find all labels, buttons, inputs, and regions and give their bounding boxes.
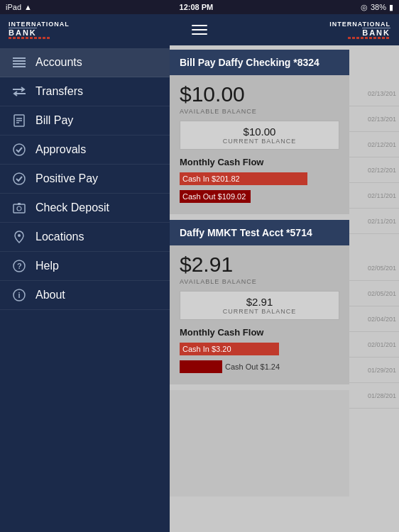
cash-out-text-1: Cash Out $109.02 — [182, 192, 246, 201]
svg-rect-12 — [13, 204, 25, 213]
sidebar-label-billpay: Bill Pay — [35, 114, 73, 127]
battery-percent: 38% — [371, 3, 386, 11]
svg-point-15 — [18, 234, 21, 237]
logo-stripes — [9, 37, 51, 39]
svg-text:?: ? — [17, 262, 22, 270]
cash-out-row-1: Cash Out $109.02 — [180, 189, 339, 204]
status-time: 12:08 PM — [180, 3, 214, 11]
account-header-2: Daffy MMKT Test Acct *5714 — [170, 220, 349, 245]
account-header-1: Bill Pay Daffy Checking *8324 — [170, 50, 349, 75]
bottom-spacer — [170, 390, 349, 497]
logo-bank: Bank — [9, 28, 37, 37]
svg-point-10 — [13, 144, 25, 155]
sidebar-item-about[interactable]: i About — [0, 281, 170, 310]
svg-rect-1 — [13, 60, 26, 62]
ts-1-4: 02/12/201 — [349, 157, 399, 183]
location-icon: ◎ — [361, 3, 368, 12]
account-card-1[interactable]: Bill Pay Daffy Checking *8324 $10.00 AVA… — [170, 50, 349, 214]
transfers-icon — [11, 87, 27, 96]
available-balance-2: $2.91 — [180, 253, 339, 277]
account-body-1: $10.00 AVAILABLE BALANCE $10.00 CURRENT … — [170, 75, 349, 214]
approvals-icon — [11, 143, 27, 156]
sidebar-item-approvals[interactable]: Approvals — [0, 135, 170, 165]
hamburger-line-2 — [192, 29, 207, 31]
sidebar-label-checkdeposit: Check Deposit — [35, 201, 109, 214]
wifi-icon: ▲ — [24, 3, 32, 11]
cash-out-text-2: Cash Out $1.24 — [225, 362, 280, 371]
sidebar-label-approvals: Approvals — [35, 143, 86, 156]
cash-in-text-1: Cash In $201.82 — [182, 174, 240, 183]
current-balance-label-1: CURRENT BALANCE — [187, 138, 332, 145]
header-logo-left: International Bank — [9, 21, 70, 39]
sidebar-label-about: About — [35, 289, 65, 301]
ts-2-5: 01/29/201 — [349, 358, 399, 383]
main-content: Bill Pay Daffy Checking *8324 $10.00 AVA… — [170, 45, 399, 532]
svg-point-11 — [13, 173, 25, 184]
accounts-icon — [11, 57, 27, 67]
sidebar-item-checkdeposit[interactable]: Check Deposit — [0, 194, 170, 223]
cash-out-row-2: Cash Out $1.24 — [180, 360, 339, 374]
svg-point-13 — [17, 206, 21, 211]
sidebar-item-positivepay[interactable]: Positive Pay — [0, 165, 170, 194]
sidebar-item-help[interactable]: ? Help — [0, 252, 170, 281]
status-right: ◎ 38% ▮ — [361, 3, 393, 12]
accounts-list: Bill Pay Daffy Checking *8324 $10.00 AVA… — [170, 45, 349, 532]
sidebar-label-transfers: Transfers — [35, 85, 83, 98]
sidebar-label-help: Help — [35, 260, 59, 272]
current-balance-amount-2: $2.91 — [187, 296, 332, 308]
ts-gap — [349, 234, 399, 255]
sidebar: Accounts Transfers — [0, 45, 170, 532]
cash-in-bar-1: Cash In $201.82 — [180, 172, 307, 185]
hamburger-line-1 — [192, 25, 207, 26]
about-icon: i — [11, 289, 27, 301]
available-label-2: AVAILABLE BALANCE — [180, 278, 339, 285]
ts-2-4: 02/01/201 — [349, 332, 399, 358]
sidebar-label-accounts: Accounts — [35, 56, 82, 69]
ts-1-1: 02/13/201 — [349, 81, 399, 106]
cash-in-row-2: Cash In $3.20 — [180, 342, 339, 356]
ts-1-3: 02/12/201 — [349, 132, 399, 157]
sidebar-item-transfers[interactable]: Transfers — [0, 77, 170, 106]
svg-rect-0 — [13, 57, 26, 59]
account-card-2[interactable]: Daffy MMKT Test Acct *5714 $2.91 AVAILAB… — [170, 220, 349, 384]
svg-rect-2 — [13, 63, 26, 65]
sidebar-label-locations: Locations — [35, 231, 84, 243]
logo-stripes-right — [348, 37, 390, 39]
billpay-icon — [11, 114, 27, 127]
sidebar-item-billpay[interactable]: Bill Pay — [0, 106, 170, 135]
timestamps-strip: 02/13/201 02/13/201 02/12/201 02/12/201 … — [349, 45, 399, 532]
svg-rect-3 — [13, 66, 26, 67]
help-icon: ? — [11, 260, 27, 272]
account-body-2: $2.91 AVAILABLE BALANCE $2.91 CURRENT BA… — [170, 245, 349, 384]
cash-flow-title-1: Monthly Cash Flow — [180, 157, 339, 167]
positivepay-icon — [11, 172, 27, 185]
sidebar-label-positivepay: Positive Pay — [35, 172, 98, 185]
current-balance-box-2: $2.91 CURRENT BALANCE — [180, 291, 339, 320]
current-balance-label-2: CURRENT BALANCE — [187, 308, 332, 315]
menu-button[interactable] — [189, 22, 210, 38]
ts-2-2: 02/05/201 — [349, 281, 399, 306]
app-header: International Bank International Bank — [0, 14, 399, 45]
cash-flow-1: Monthly Cash Flow Cash In $201.82 — [180, 157, 339, 204]
svg-text:i: i — [18, 291, 21, 299]
cash-in-bar-2: Cash In $3.20 — [180, 343, 279, 355]
device-label: iPad — [6, 3, 21, 11]
svg-rect-14 — [18, 203, 21, 205]
sidebar-item-accounts[interactable]: Accounts — [0, 48, 170, 77]
available-label-1: AVAILABLE BALANCE — [180, 108, 339, 115]
sidebar-item-locations[interactable]: Locations — [0, 223, 170, 252]
ts-2-1: 02/05/201 — [349, 255, 399, 281]
cash-out-bar-2 — [180, 360, 222, 373]
cash-in-row-1: Cash In $201.82 — [180, 172, 339, 186]
current-balance-amount-1: $10.00 — [187, 126, 332, 138]
logo-international-right: International — [329, 21, 390, 28]
battery-icon: ▮ — [389, 3, 393, 12]
status-bar: iPad ▲ 12:08 PM ◎ 38% ▮ — [0, 0, 399, 14]
cash-flow-2: Monthly Cash Flow Cash In $3.20 — [180, 327, 339, 374]
status-left: iPad ▲ — [6, 3, 32, 11]
ts-1-5: 02/11/201 — [349, 183, 399, 209]
current-balance-box-1: $10.00 CURRENT BALANCE — [180, 121, 339, 150]
cash-in-text-2: Cash In $3.20 — [182, 345, 231, 353]
logo-international: International — [9, 21, 70, 28]
checkdeposit-icon — [11, 202, 27, 214]
